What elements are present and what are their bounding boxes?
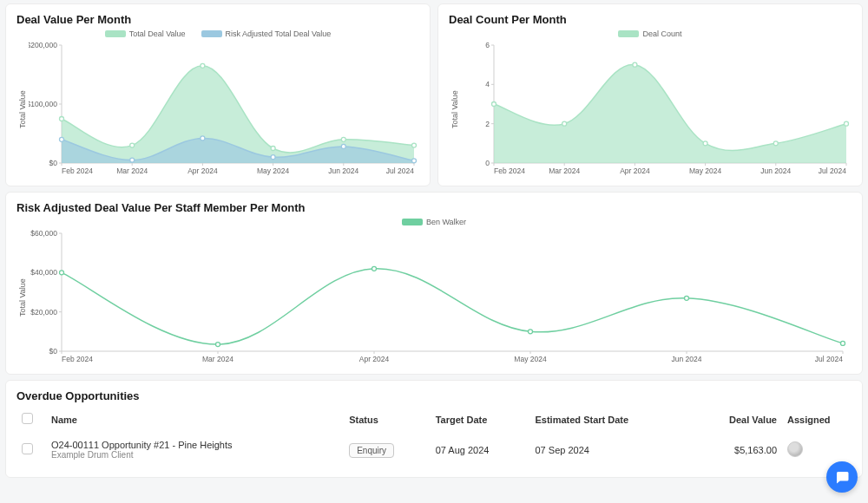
svg-point-85 [529, 330, 533, 334]
deal-value: $5,163.00 [692, 433, 782, 467]
svg-text:Jun 2024: Jun 2024 [328, 167, 358, 175]
svg-text:0: 0 [485, 159, 490, 167]
panel-deal-count: Deal Count Per Month Deal Count Total Va… [437, 3, 863, 186]
svg-point-59 [845, 121, 849, 126]
ylabel-deal-count: Total Value [449, 40, 461, 179]
svg-text:Mar 2024: Mar 2024 [549, 167, 580, 175]
svg-text:$40,000: $40,000 [30, 268, 57, 277]
svg-text:May 2024: May 2024 [257, 167, 290, 175]
svg-point-20 [60, 117, 64, 121]
panel-title-risk-staff: Risk Adjusted Deal Value Per Staff Membe… [16, 201, 852, 214]
svg-text:Apr 2024: Apr 2024 [620, 167, 650, 175]
col-status: Status [344, 406, 430, 433]
status-badge[interactable]: Enquiry [349, 443, 394, 458]
svg-point-23 [271, 147, 275, 151]
col-est-start: Estimated Start Date [530, 406, 692, 433]
svg-point-86 [685, 296, 689, 300]
svg-text:$0: $0 [49, 159, 58, 167]
ylabel-risk-staff: Total Value [16, 228, 29, 367]
svg-text:$20,000: $20,000 [30, 308, 57, 317]
svg-text:Jul 2024: Jul 2024 [815, 355, 843, 363]
svg-text:Feb 2024: Feb 2024 [62, 167, 93, 175]
svg-point-28 [201, 136, 205, 140]
svg-point-83 [216, 343, 220, 347]
svg-text:Feb 2024: Feb 2024 [62, 355, 93, 363]
ylabel-deal-value: Total Value [16, 40, 29, 179]
row-checkbox[interactable] [22, 443, 33, 454]
legend-item-count[interactable]: Deal Count [618, 29, 681, 38]
svg-point-57 [703, 141, 707, 146]
chart-deal-count: 0246Feb 2024Mar 2024Apr 2024May 2024Jun … [461, 40, 852, 179]
svg-text:Apr 2024: Apr 2024 [359, 355, 390, 363]
legend-deal-value: Total Deal Value Risk Adjusted Total Dea… [16, 29, 419, 38]
opportunity-name: O24-00111 Opportunity #21 - Pine Heights [51, 440, 339, 450]
col-deal-value: Deal Value [692, 406, 782, 433]
svg-text:$60,000: $60,000 [30, 229, 57, 238]
svg-point-55 [562, 121, 567, 126]
svg-point-58 [773, 141, 778, 146]
legend-swatch-icon [201, 30, 222, 37]
svg-point-82 [60, 271, 64, 275]
est-start-date: 07 Sep 2024 [530, 433, 692, 467]
svg-point-26 [60, 137, 64, 141]
svg-point-54 [492, 102, 496, 107]
table-header-row: Name Status Target Date Estimated Start … [16, 406, 852, 433]
panel-title-overdue: Overdue Opportunities [16, 389, 852, 402]
legend-swatch-icon [618, 30, 639, 37]
svg-text:Jul 2024: Jul 2024 [386, 167, 414, 175]
svg-point-27 [130, 158, 135, 162]
chart-risk-staff: $0$20,000$40,000$60,000Feb 2024Mar 2024A… [29, 228, 848, 367]
legend-deal-count: Deal Count [449, 29, 852, 38]
svg-point-25 [412, 143, 417, 147]
svg-text:$200,000: $200,000 [29, 41, 57, 49]
svg-point-84 [372, 266, 377, 271]
legend-risk-staff: Ben Walker [16, 218, 852, 226]
table-row[interactable]: O24-00111 Opportunity #21 - Pine Heights… [16, 433, 852, 467]
svg-text:Feb 2024: Feb 2024 [494, 167, 525, 175]
svg-point-87 [841, 341, 845, 345]
panel-risk-staff: Risk Adjusted Deal Value Per Staff Membe… [5, 192, 863, 375]
svg-text:Mar 2024: Mar 2024 [116, 167, 148, 175]
svg-text:May 2024: May 2024 [689, 167, 722, 175]
svg-text:2: 2 [485, 120, 490, 128]
svg-point-56 [633, 62, 637, 67]
svg-text:Jun 2024: Jun 2024 [760, 167, 791, 175]
legend-swatch-icon [402, 219, 423, 225]
svg-point-29 [271, 155, 275, 160]
svg-point-24 [341, 137, 345, 141]
svg-text:May 2024: May 2024 [514, 355, 547, 363]
panel-title-deal-count: Deal Count Per Month [449, 13, 852, 26]
target-date: 07 Aug 2024 [431, 433, 530, 467]
svg-text:Jun 2024: Jun 2024 [672, 355, 702, 363]
col-name: Name [46, 406, 344, 433]
svg-text:$0: $0 [49, 347, 58, 356]
svg-point-21 [130, 143, 135, 147]
svg-point-30 [341, 144, 345, 148]
panel-title-deal-value: Deal Value Per Month [16, 13, 419, 26]
svg-point-22 [201, 63, 205, 68]
svg-text:Apr 2024: Apr 2024 [187, 167, 218, 175]
svg-text:$100,000: $100,000 [29, 100, 57, 108]
avatar[interactable] [787, 441, 803, 457]
chat-icon [834, 469, 850, 485]
col-target: Target Date [431, 406, 530, 433]
svg-text:6: 6 [485, 41, 490, 49]
svg-point-31 [412, 159, 417, 163]
legend-item-risk[interactable]: Risk Adjusted Total Deal Value [201, 29, 332, 38]
col-assigned: Assigned [782, 406, 852, 433]
chart-deal-value: $0$100,000$200,000Feb 2024Mar 2024Apr 20… [29, 40, 419, 179]
svg-text:Mar 2024: Mar 2024 [202, 355, 233, 363]
legend-item-staff[interactable]: Ben Walker [402, 218, 466, 226]
svg-text:4: 4 [485, 80, 490, 88]
legend-item-total[interactable]: Total Deal Value [105, 29, 186, 38]
legend-swatch-icon [105, 30, 126, 37]
overdue-table: Name Status Target Date Estimated Start … [16, 406, 852, 467]
svg-text:Jul 2024: Jul 2024 [819, 167, 846, 175]
opportunity-client: Example Drum Client [51, 450, 339, 460]
help-chat-button[interactable] [826, 461, 858, 493]
select-all-checkbox[interactable] [22, 413, 33, 424]
panel-overdue: Overdue Opportunities Name Status Target… [5, 380, 863, 478]
panel-deal-value: Deal Value Per Month Total Deal Value Ri… [5, 3, 431, 186]
